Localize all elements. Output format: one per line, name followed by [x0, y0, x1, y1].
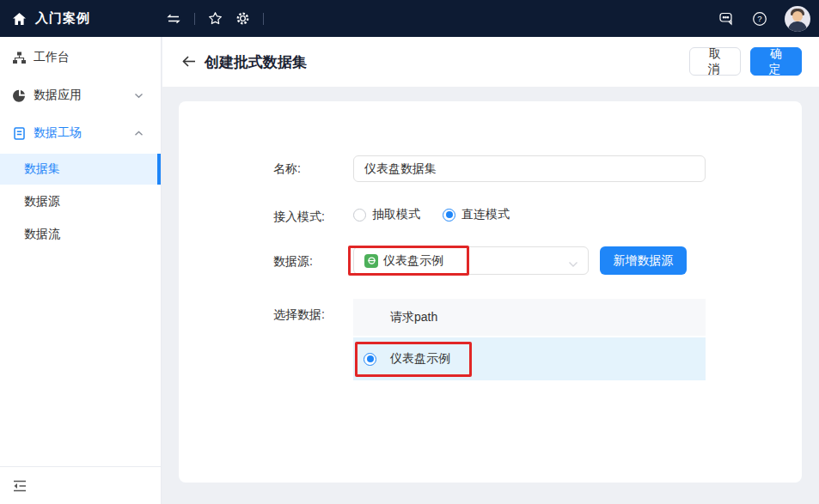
main-area: 创建批式数据集 取消 确定 名称: 接入模式: 抽取模式 — [162, 37, 819, 504]
sidebar-item-data-app[interactable]: 数据应用 — [0, 76, 161, 114]
sidebar-footer — [0, 466, 161, 504]
topbar-home[interactable]: 入门案例 — [12, 0, 90, 37]
star-icon[interactable] — [208, 11, 223, 26]
data-table: 请求path 仪表盘示例 — [353, 299, 706, 380]
table-header: 请求path — [353, 299, 706, 337]
sidebar: 工作台 数据应用 数据工场 数 — [0, 37, 162, 504]
table-row-label: 仪表盘示例 — [390, 351, 450, 367]
sidebar-subitem-datasource[interactable]: 数据源 — [0, 186, 161, 217]
radio-unselected-icon — [353, 209, 366, 222]
topbar-user-area: ? — [718, 0, 810, 37]
back-arrow-icon[interactable] — [180, 54, 198, 69]
chevron-down-icon — [568, 256, 578, 271]
document-list-icon — [12, 126, 27, 141]
sidebar-item-workbench[interactable]: 工作台 — [0, 39, 161, 76]
add-datasource-button[interactable]: 新增数据源 — [600, 246, 687, 275]
radio-option-direct-mode[interactable]: 直连模式 — [443, 207, 510, 222]
collapse-sidebar-icon[interactable] — [12, 479, 28, 493]
table-row[interactable]: 仪表盘示例 — [353, 337, 706, 380]
datasource-select[interactable]: 仪表盘示例 — [353, 246, 589, 275]
topbar-title: 入门案例 — [35, 10, 90, 27]
radio-option-extract-mode[interactable]: 抽取模式 — [353, 207, 420, 222]
radio-selected-icon — [443, 209, 455, 222]
sidebar-item-label: 工作台 — [34, 50, 161, 65]
svg-text:?: ? — [757, 14, 761, 23]
sitemap-icon — [12, 51, 27, 65]
user-avatar[interactable] — [785, 6, 810, 32]
help-icon[interactable]: ? — [752, 11, 767, 27]
sidebar-subitem-dataflow[interactable]: 数据流 — [0, 219, 161, 250]
sidebar-subitem-label: 数据流 — [24, 227, 60, 242]
topbar-tools — [166, 0, 264, 37]
app-screen: 入门案例 ? — [0, 0, 819, 504]
sidebar-subitem-label: 数据集 — [24, 161, 60, 177]
sidebar-menu: 工作台 数据应用 数据工场 数 — [0, 37, 161, 250]
pie-chart-icon — [12, 88, 27, 103]
gear-icon[interactable] — [235, 11, 250, 26]
page-header: 创建批式数据集 取消 确定 — [162, 37, 819, 87]
name-label: 名称: — [273, 161, 301, 177]
chevron-up-icon — [134, 131, 144, 137]
datasource-type-icon — [364, 254, 378, 268]
datasource-selected-value: 仪表盘示例 — [383, 253, 443, 269]
sidebar-subitem-dataset[interactable]: 数据集 — [0, 154, 161, 185]
sidebar-item-label: 数据应用 — [34, 88, 134, 103]
row-radio-selected-icon[interactable] — [364, 353, 376, 366]
swap-icon[interactable] — [166, 12, 181, 26]
home-icon — [12, 12, 27, 26]
avatar-shoulders — [788, 21, 807, 32]
chevron-down-icon — [134, 93, 144, 99]
topbar-divider — [194, 13, 195, 25]
content-area: 名称: 接入模式: 抽取模式 直连模式 数据源: — [162, 87, 819, 504]
sidebar-subitem-label: 数据源 — [24, 194, 60, 209]
access-mode-label: 接入模式: — [273, 209, 325, 225]
access-mode-radio-group: 抽取模式 直连模式 — [353, 205, 510, 224]
cancel-button[interactable]: 取消 — [689, 47, 741, 76]
header-actions: 取消 确定 — [689, 47, 802, 76]
avatar-face — [792, 11, 803, 21]
topbar-divider — [263, 13, 264, 25]
confirm-button[interactable]: 确定 — [750, 47, 802, 76]
select-data-label: 选择数据: — [273, 307, 325, 323]
page-title: 创建批式数据集 — [205, 52, 307, 72]
top-bar: 入门案例 ? — [0, 0, 819, 37]
sidebar-item-data-factory[interactable]: 数据工场 — [0, 114, 161, 152]
name-input[interactable] — [353, 155, 706, 182]
table-header-label: 请求path — [390, 310, 437, 325]
radio-option-label: 抽取模式 — [372, 207, 420, 222]
chat-icon[interactable] — [718, 10, 735, 27]
form-card: 名称: 接入模式: 抽取模式 直连模式 数据源: — [179, 101, 802, 483]
sidebar-item-label: 数据工场 — [34, 125, 134, 141]
radio-option-label: 直连模式 — [461, 207, 510, 222]
datasource-label: 数据源: — [273, 254, 313, 270]
